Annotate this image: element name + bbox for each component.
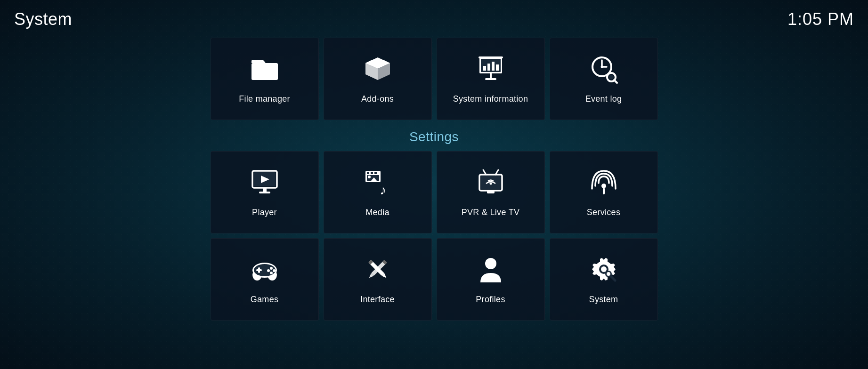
tile-system-information[interactable]: System information	[437, 38, 545, 120]
svg-point-21	[609, 75, 614, 80]
games-label: Games	[251, 295, 279, 305]
svg-rect-10	[492, 62, 495, 71]
profiles-label: Profiles	[476, 295, 505, 305]
svg-rect-42	[603, 188, 605, 194]
tile-profiles[interactable]: Profiles	[437, 238, 545, 321]
svg-rect-48	[256, 269, 262, 271]
svg-rect-29	[371, 172, 373, 174]
svg-rect-12	[490, 73, 492, 78]
svg-rect-39	[487, 191, 495, 193]
tile-system[interactable]: System	[550, 238, 658, 321]
tile-games[interactable]: Games	[211, 238, 319, 321]
tile-player[interactable]: Player	[211, 151, 319, 233]
settings-heading: Settings	[199, 129, 670, 144]
svg-point-49	[270, 267, 273, 270]
gamepad-icon	[250, 254, 280, 288]
tile-add-ons[interactable]: Add-ons	[324, 38, 432, 120]
settings-row1: Player ♪ Media	[199, 151, 670, 233]
clock-search-icon	[589, 54, 619, 88]
tile-file-manager[interactable]: File manager	[211, 38, 319, 120]
svg-rect-0	[251, 63, 278, 80]
svg-point-59	[485, 258, 496, 269]
clock-display: 1:05 PM	[787, 9, 854, 29]
svg-point-40	[489, 183, 492, 185]
svg-point-61	[601, 266, 607, 272]
system-settings-icon	[589, 254, 619, 288]
tile-interface[interactable]: Interface	[324, 238, 432, 321]
file-manager-label: File manager	[239, 94, 290, 104]
pvr-live-tv-label: PVR & Live TV	[462, 208, 520, 217]
svg-rect-28	[367, 172, 369, 174]
tv-icon	[476, 167, 506, 201]
event-log-label: Event log	[585, 94, 622, 104]
svg-rect-8	[483, 66, 486, 71]
media-icon: ♪	[363, 167, 393, 201]
tile-media[interactable]: ♪ Media	[324, 151, 432, 233]
tile-event-log[interactable]: Event log	[550, 38, 658, 120]
tile-pvr-live-tv[interactable]: PVR & Live TV	[437, 151, 545, 233]
player-label: Player	[252, 208, 277, 217]
presentation-icon	[476, 54, 506, 88]
svg-rect-13	[485, 78, 496, 80]
interface-icon	[363, 254, 393, 288]
profiles-icon	[476, 254, 506, 288]
settings-row2: Games I	[199, 238, 670, 321]
services-label: Services	[587, 208, 620, 217]
system-information-label: System information	[453, 94, 528, 104]
top-row: File manager Add-ons	[199, 38, 670, 120]
tile-services[interactable]: Services	[550, 151, 658, 233]
folder-icon	[250, 54, 280, 88]
svg-rect-11	[496, 64, 499, 71]
page-title: System	[14, 9, 72, 29]
svg-line-20	[614, 80, 617, 83]
interface-label: Interface	[360, 295, 395, 305]
svg-rect-14	[479, 56, 503, 58]
svg-point-41	[601, 184, 606, 188]
svg-point-32	[368, 176, 371, 178]
main-container: File manager Add-ons	[199, 38, 670, 325]
svg-rect-9	[487, 64, 490, 71]
box-icon	[363, 54, 393, 88]
svg-text:♪: ♪	[380, 183, 386, 197]
svg-rect-26	[259, 192, 270, 193]
svg-rect-25	[263, 188, 267, 192]
svg-rect-30	[374, 172, 377, 174]
svg-point-52	[270, 272, 273, 274]
system-label: System	[589, 295, 618, 305]
svg-point-50	[267, 269, 270, 272]
svg-point-18	[600, 66, 603, 68]
media-label: Media	[365, 208, 389, 217]
add-ons-label: Add-ons	[361, 94, 394, 104]
svg-point-64	[607, 272, 610, 276]
svg-point-51	[273, 269, 276, 272]
player-icon	[250, 167, 280, 201]
services-icon	[589, 167, 619, 201]
